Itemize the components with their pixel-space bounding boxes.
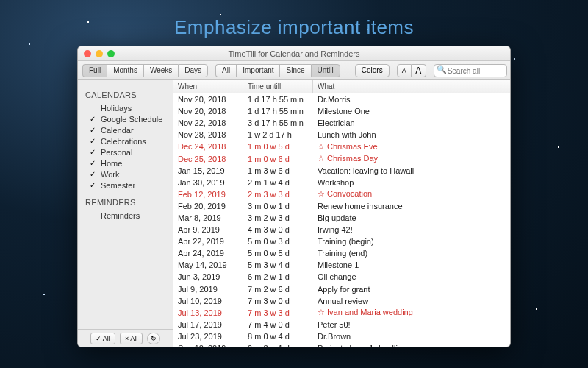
cell-time: 1 w 2 d 17 h — [243, 130, 313, 139]
table-row[interactable]: Mar 8, 20193 m 2 w 3 dBig update — [173, 212, 510, 224]
cell-when: Nov 22, 2018 — [173, 118, 243, 127]
toolbar: FullMonthsWeeksDays AllImportantSinceUnt… — [78, 61, 510, 80]
cell-time: 9 m 3 w 1 d — [243, 344, 313, 347]
calendar-item[interactable]: Holidays — [85, 102, 168, 113]
cell-when: Jan 15, 2019 — [173, 166, 243, 175]
cell-what: Vacation: leaving to Hawaii — [313, 166, 510, 175]
calendar-item[interactable]: ✓Home — [85, 158, 168, 169]
filter-tab-important[interactable]: Important — [236, 64, 279, 77]
calendar-label: Home — [101, 159, 122, 168]
cell-time: 1 m 0 w 6 d — [243, 155, 313, 163]
cell-time: 3 m 2 w 3 d — [243, 213, 313, 222]
reminder-item[interactable]: Reminders — [85, 210, 168, 221]
table-row[interactable]: Feb 12, 20192 m 3 w 3 d☆ Convocation — [173, 188, 510, 200]
table-row[interactable]: Nov 22, 20183 d 17 h 55 minElectrician — [173, 117, 510, 129]
calendar-label: Google Schedule — [101, 115, 162, 124]
cell-when: Mar 8, 2019 — [173, 213, 243, 222]
calendar-label: Holidays — [101, 104, 132, 113]
calendar-label: Semester — [101, 181, 135, 190]
view-tab-days[interactable]: Days — [178, 64, 208, 77]
filter-tab-since[interactable]: Since — [279, 64, 310, 77]
view-tab-full[interactable]: Full — [82, 64, 107, 77]
table-row[interactable]: Nov 20, 20181 d 17 h 55 minMilestone One — [173, 105, 510, 117]
checkmark-icon: ✓ — [90, 170, 97, 178]
cell-what: Big update — [313, 213, 510, 222]
close-icon[interactable] — [84, 50, 91, 57]
cell-what: ☆ Ivan and Maria wedding — [313, 308, 510, 317]
check-all-button[interactable]: ✓ All — [90, 333, 115, 344]
table-row[interactable]: Jan 15, 20191 m 3 w 6 dVacation: leaving… — [173, 165, 510, 177]
table-row[interactable]: Dec 25, 20181 m 0 w 6 d☆ Chrismas Day — [173, 152, 510, 164]
cell-time: 8 m 0 w 4 d — [243, 332, 313, 341]
cell-when: Nov 28, 2018 — [173, 130, 243, 139]
cell-time: 7 m 2 w 6 d — [243, 285, 313, 294]
calendar-item[interactable]: ✓Work — [85, 169, 168, 180]
checkmark-icon: ✓ — [90, 115, 97, 123]
calendar-item[interactable]: ✓Semester — [85, 180, 168, 191]
cell-what: Renew home insurance — [313, 202, 510, 210]
cell-what: Apply for grant — [313, 285, 510, 294]
search-field: 🔍 — [434, 63, 507, 78]
cell-when: May 14, 2019 — [173, 261, 243, 269]
table-row[interactable]: Nov 20, 20181 d 17 h 55 minDr.Morris — [173, 93, 510, 105]
table-row[interactable]: Apr 24, 20195 m 0 w 5 dTraining (end) — [173, 247, 510, 259]
cell-when: Feb 20, 2019 — [173, 202, 243, 210]
calendar-item[interactable]: ✓Google Schedule — [85, 113, 168, 124]
cell-when: Nov 20, 2018 — [173, 95, 243, 104]
checkmark-icon: ✓ — [90, 181, 97, 189]
view-tab-months[interactable]: Months — [107, 64, 143, 77]
table-row[interactable]: Jul 17, 20197 m 4 w 0 dPeter 50! — [173, 319, 510, 330]
zoom-icon[interactable] — [107, 50, 115, 57]
cell-when: Jul 9, 2019 — [173, 285, 243, 294]
cell-what: Annual review — [313, 297, 510, 305]
table-row[interactable]: Jul 23, 20198 m 0 w 4 dDr.Brown — [173, 330, 510, 342]
cell-when: Nov 20, 2018 — [173, 107, 243, 116]
text-smaller-button[interactable]: A — [397, 64, 412, 77]
minimize-icon[interactable] — [96, 50, 103, 57]
text-size-control: A A — [397, 64, 426, 77]
view-tab-weeks[interactable]: Weeks — [143, 64, 178, 77]
column-header-time[interactable]: Time untill — [243, 80, 313, 93]
table-row[interactable]: Jul 13, 20197 m 3 w 3 d☆ Ivan and Maria … — [173, 307, 510, 319]
sidebar-footer: ✓ All × All ↻ — [78, 329, 173, 347]
table-row[interactable]: Apr 9, 20194 m 3 w 0 dIrwing 42! — [173, 224, 510, 236]
titlebar: TimeTill for Calendar and Reminders — [78, 46, 510, 61]
table-row[interactable]: Feb 20, 20193 m 0 w 1 dRenew home insura… — [173, 200, 510, 212]
refresh-button[interactable]: ↻ — [147, 333, 160, 344]
cell-time: 3 d 17 h 55 min — [243, 118, 313, 127]
table-row[interactable]: Dec 24, 20181 m 0 w 5 d☆ Chrismas Eve — [173, 141, 510, 152]
uncheck-all-button[interactable]: × All — [120, 333, 143, 344]
cell-what: Lunch with John — [313, 130, 510, 139]
column-header-what[interactable]: What — [313, 80, 510, 93]
filter-tab-untill[interactable]: Untill — [311, 64, 340, 77]
table-row[interactable]: Jul 10, 20197 m 3 w 0 dAnnual review — [173, 295, 510, 307]
app-window: TimeTill for Calendar and Reminders Full… — [77, 46, 511, 347]
cell-time: 5 m 0 w 3 d — [243, 237, 313, 246]
colors-button[interactable]: Colors — [355, 64, 390, 77]
cell-when: Sep 10, 2019 — [173, 344, 243, 347]
reminder-label: Reminders — [101, 211, 140, 220]
table-row[interactable]: Apr 22, 20195 m 0 w 3 dTraining (begin) — [173, 236, 510, 247]
cell-what: ☆ Convocation — [313, 189, 510, 199]
text-larger-button[interactable]: A — [412, 64, 426, 77]
column-header-when[interactable]: When — [173, 80, 243, 93]
cell-when: Jun 3, 2019 — [173, 272, 243, 281]
table-row[interactable]: Jun 3, 20196 m 2 w 1 dOil change — [173, 271, 510, 283]
table-row[interactable]: Jan 30, 20192 m 1 w 4 dWorkshop — [173, 177, 510, 188]
calendar-label: Calendar — [101, 126, 134, 135]
table-row[interactable]: Sep 10, 20199 m 3 w 1 dProject phase 1 d… — [173, 342, 510, 347]
calendar-item[interactable]: ✓Calendar — [85, 124, 168, 135]
table-row[interactable]: Jul 9, 20197 m 2 w 6 dApply for grant — [173, 283, 510, 295]
table-row[interactable]: May 14, 20195 m 3 w 4 dMilestone 1 — [173, 259, 510, 271]
filter-segmented-control: AllImportantSinceUntill — [215, 64, 340, 77]
filter-tab-all[interactable]: All — [215, 64, 236, 77]
cell-what: Oil change — [313, 272, 510, 281]
cell-when: Dec 24, 2018 — [173, 142, 243, 151]
table-row[interactable]: Nov 28, 20181 w 2 d 17 hLunch with John — [173, 129, 510, 141]
calendar-item[interactable]: ✓Personal — [85, 146, 168, 158]
calendar-item[interactable]: ✓Celebrations — [85, 135, 168, 146]
cell-what: Dr.Morris — [313, 95, 510, 104]
cell-time: 7 m 3 w 0 d — [243, 297, 313, 305]
cell-time: 1 d 17 h 55 min — [243, 95, 313, 104]
cell-time: 2 m 1 w 4 d — [243, 178, 313, 187]
